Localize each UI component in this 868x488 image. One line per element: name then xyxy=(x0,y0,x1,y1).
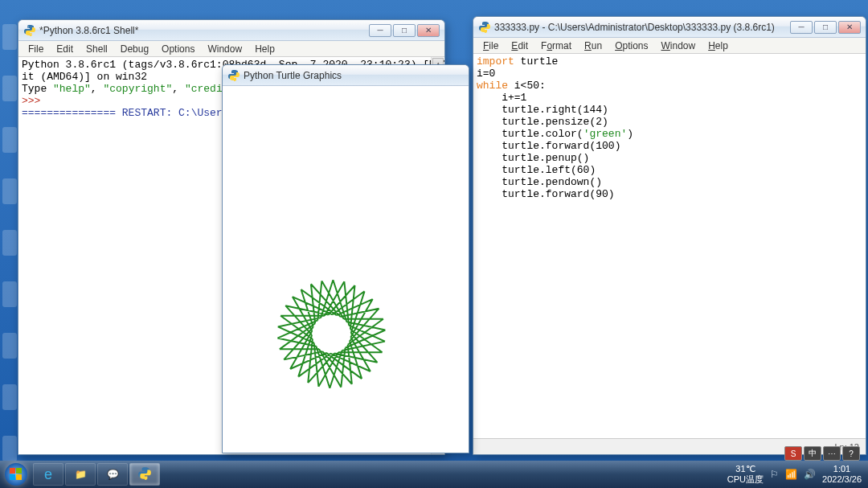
minimize-button[interactable]: ─ xyxy=(790,21,813,34)
menu-options[interactable]: Options xyxy=(608,39,654,53)
menu-debug[interactable]: Debug xyxy=(114,42,155,56)
minimize-button[interactable]: ─ xyxy=(369,24,391,37)
taskbar-wechat[interactable]: 💬 xyxy=(97,463,128,486)
taskbar-python[interactable] xyxy=(129,463,160,486)
python-icon xyxy=(227,69,240,82)
desktop-icon[interactable] xyxy=(2,178,18,215)
menu-file[interactable]: File xyxy=(22,42,50,56)
menu-format[interactable]: Format xyxy=(534,39,578,53)
menu-help[interactable]: Help xyxy=(248,42,281,56)
tray-volume-icon[interactable]: 🔊 xyxy=(804,469,816,480)
editor-menubar: File Edit Format Run Options Window Help xyxy=(473,38,866,54)
ie-icon: e xyxy=(44,466,52,483)
turtle-graphics-window[interactable]: Python Turtle Graphics xyxy=(222,64,469,453)
desktop-icon[interactable] xyxy=(2,230,18,267)
taskbar-ie[interactable]: e xyxy=(33,463,63,486)
menu-window[interactable]: Window xyxy=(655,39,702,53)
maximize-button[interactable]: □ xyxy=(814,21,837,34)
tray-flag-icon[interactable]: ⚐ xyxy=(770,469,779,480)
start-button[interactable] xyxy=(0,461,32,488)
maximize-button[interactable]: □ xyxy=(393,24,416,37)
tray-network-icon[interactable]: 📶 xyxy=(785,469,797,480)
turtle-drawing xyxy=(248,98,469,453)
ime-mode-icon[interactable]: 中 xyxy=(804,446,821,461)
desktop-icon[interactable] xyxy=(2,333,18,370)
taskbar-clock[interactable]: 1:01 2022/3/26 xyxy=(822,464,862,485)
menu-help[interactable]: Help xyxy=(702,39,735,53)
turtle-canvas-area xyxy=(223,86,469,453)
menu-file[interactable]: File xyxy=(477,39,505,53)
close-button[interactable]: ✕ xyxy=(838,21,861,34)
desktop-icon[interactable] xyxy=(2,127,18,164)
desktop-icon[interactable] xyxy=(2,281,18,318)
python-editor-window[interactable]: 333333.py - C:\Users\Administrator\Deskt… xyxy=(473,16,866,455)
editor-titlebar[interactable]: 333333.py - C:\Users\Administrator\Deskt… xyxy=(473,17,866,38)
python-icon xyxy=(137,466,152,483)
turtle-titlebar[interactable]: Python Turtle Graphics xyxy=(223,65,469,86)
ime-opt-icon[interactable]: ⋯ xyxy=(823,446,841,461)
shell-titlebar[interactable]: *Python 3.8.6rc1 Shell* ─ □ ✕ xyxy=(18,20,444,41)
turtle-title: Python Turtle Graphics xyxy=(244,70,464,81)
menu-edit[interactable]: Edit xyxy=(505,39,534,53)
desktop-icon[interactable] xyxy=(2,384,18,421)
language-bar[interactable]: S 中 ⋯ ? xyxy=(784,446,860,461)
wechat-icon: 💬 xyxy=(107,469,119,480)
editor-title: 333333.py - C:\Users\Administrator\Deskt… xyxy=(494,22,790,33)
desktop-icon[interactable] xyxy=(2,24,18,61)
shell-menubar: File Edit Shell Debug Options Window Hel… xyxy=(18,41,444,57)
python-icon xyxy=(23,24,36,37)
close-button[interactable]: ✕ xyxy=(417,24,440,37)
svg-rect-3 xyxy=(10,474,15,480)
ime-help-icon[interactable]: ? xyxy=(842,446,860,461)
ime-icon[interactable]: S xyxy=(784,446,802,461)
menu-window[interactable]: Window xyxy=(201,42,248,56)
shell-title: *Python 3.8.6rc1 Shell* xyxy=(39,25,369,36)
svg-rect-4 xyxy=(16,474,22,480)
desktop-icon[interactable] xyxy=(2,76,18,113)
desktop-icons xyxy=(2,24,18,473)
svg-rect-1 xyxy=(10,468,15,474)
menu-shell[interactable]: Shell xyxy=(80,42,114,56)
menu-edit[interactable]: Edit xyxy=(50,42,80,56)
folder-icon: 📁 xyxy=(75,469,87,480)
menu-run[interactable]: Run xyxy=(578,39,608,53)
system-tray: 31℃ CPU温度 ⚐ 📶 🔊 1:01 2022/3/26 xyxy=(727,464,868,485)
taskbar-explorer[interactable]: 📁 xyxy=(65,463,96,486)
cpu-temp[interactable]: 31℃ CPU温度 xyxy=(727,464,764,485)
python-icon xyxy=(478,21,491,34)
svg-rect-2 xyxy=(16,468,22,474)
menu-options[interactable]: Options xyxy=(155,42,201,56)
taskbar: e 📁 💬 31℃ CPU温度 ⚐ 📶 🔊 1:01 2022/3/26 xyxy=(0,461,868,488)
editor-content[interactable]: import turtle i=0 while i<50: i+=1 turtl… xyxy=(473,54,866,438)
